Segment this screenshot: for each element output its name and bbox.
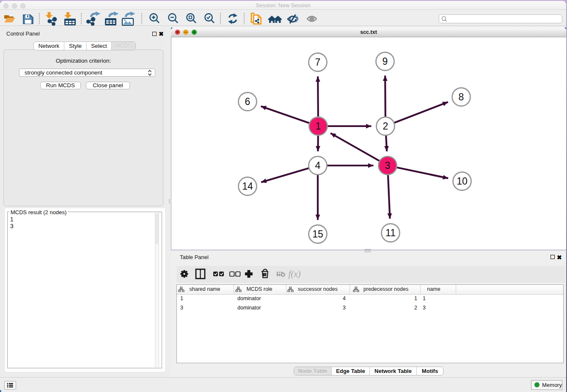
svg-text:15: 15 xyxy=(312,229,323,240)
svg-text:6: 6 xyxy=(245,96,250,107)
svg-text:1: 1 xyxy=(316,121,321,132)
svg-text:7: 7 xyxy=(315,57,321,68)
svg-text:4: 4 xyxy=(315,160,321,171)
svg-text:3: 3 xyxy=(385,160,391,171)
svg-text:2: 2 xyxy=(383,121,388,132)
svg-text:11: 11 xyxy=(385,227,396,238)
svg-text:8: 8 xyxy=(459,91,464,102)
svg-text:10: 10 xyxy=(457,176,468,187)
svg-text:9: 9 xyxy=(383,56,388,67)
svg-text:f(x): f(x) xyxy=(288,269,300,279)
svg-text:14: 14 xyxy=(242,181,253,192)
